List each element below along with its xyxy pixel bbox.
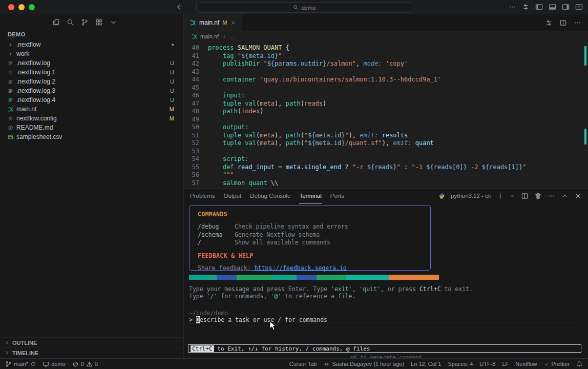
maximize-panel-icon[interactable]	[561, 192, 569, 200]
formatter-indicator[interactable]: Prettier	[544, 361, 570, 367]
progress-segment	[317, 275, 347, 280]
line-number: 44	[184, 76, 208, 84]
zoom-window-button[interactable]	[29, 4, 35, 10]
line-number: 43	[184, 68, 208, 76]
files-icon[interactable]	[52, 18, 60, 26]
extensions-icon[interactable]	[95, 18, 103, 26]
file-row-.nextflow[interactable]: .nextflow●	[0, 40, 183, 49]
outline-section[interactable]: OUTLINE	[0, 337, 183, 347]
run-compare-icon[interactable]	[545, 19, 553, 27]
panel-tab-problems[interactable]: Problems	[190, 189, 215, 203]
git-branch-indicator[interactable]: main*	[5, 361, 36, 367]
close-window-button[interactable]	[8, 4, 14, 10]
chevron-right-icon	[4, 350, 10, 356]
cursor-tab-indicator[interactable]: Cursor Tab	[289, 361, 317, 367]
file-row-README.md[interactable]: README.md	[0, 123, 183, 132]
code-line: 50 output:	[184, 124, 588, 132]
line-number: 52	[184, 139, 208, 148]
command-center-search[interactable]: demo	[196, 2, 412, 13]
problems-indicator[interactable]: 0 0	[72, 361, 98, 367]
cwd-label: ~/code/demo	[189, 310, 228, 317]
project-section-title[interactable]: DEMO	[0, 27, 183, 40]
file-row-work[interactable]: work	[0, 49, 183, 58]
warning-count: 0	[95, 361, 98, 367]
line-number: 41	[184, 52, 208, 60]
toggle-panel-icon[interactable]	[549, 3, 556, 11]
customize-layout-icon[interactable]	[575, 3, 583, 11]
git-blame-indicator[interactable]: Sasha Dagayev (1 hour ago)	[323, 361, 404, 367]
terminal-body[interactable]: COMMANDS /debugCheck pipeline syntax and…	[184, 203, 588, 359]
panel-tab-ports[interactable]: Ports	[330, 189, 344, 203]
log-file-icon	[8, 60, 13, 66]
panel-tab-terminal[interactable]: Terminal	[299, 189, 321, 203]
source-control-icon[interactable]	[81, 18, 89, 26]
kill-terminal-icon[interactable]	[534, 192, 542, 200]
breadcrumb-file[interactable]: main.nf	[200, 33, 219, 39]
search-icon	[293, 5, 299, 10]
breadcrumb-symbol[interactable]: ...	[230, 33, 235, 39]
close-panel-icon[interactable]	[574, 192, 582, 200]
minimize-window-button[interactable]	[18, 4, 25, 10]
new-terminal-icon[interactable]	[496, 192, 504, 200]
progress-segment	[189, 275, 217, 280]
close-tab-icon[interactable]	[230, 20, 236, 26]
eol-indicator[interactable]: LF	[502, 361, 509, 367]
code-line: 47 tuple val(meta), path(reads)	[184, 100, 588, 108]
toggle-secondary-sidebar-icon[interactable]	[562, 3, 570, 11]
code-text: output:	[208, 124, 248, 132]
progress-segment	[389, 275, 439, 280]
line-number: 46	[184, 92, 208, 100]
project-indicator[interactable]: demo	[43, 361, 66, 367]
encoding-indicator[interactable]: UTF-8	[479, 361, 495, 367]
indentation-indicator[interactable]: Spaces: 4	[448, 361, 473, 367]
code-editor[interactable]: 40process SALMON_QUANT {41 tag "${meta.i…	[184, 42, 588, 188]
tab-main-nf[interactable]: main.nf M	[184, 14, 242, 31]
progress-segment	[297, 275, 317, 280]
file-row-.nextflow.log.2[interactable]: .nextflow.log.2U	[0, 77, 183, 86]
chevron-right-icon	[8, 51, 13, 57]
language-indicator[interactable]: Nextflow	[515, 361, 537, 367]
code-line: 42 publishDir "${params.outdir}/salmon",…	[184, 60, 588, 68]
monitor-icon	[43, 361, 49, 367]
line-number: 42	[184, 60, 208, 68]
panel-tab-output[interactable]: Output	[224, 189, 242, 203]
code-text: def read_input = meta.single_end ? "-r $…	[208, 163, 526, 172]
chevron-down-icon[interactable]	[510, 193, 515, 199]
swap-panes-icon[interactable]	[522, 3, 530, 11]
chevron-down-icon[interactable]	[110, 18, 117, 26]
check-icon	[544, 361, 550, 367]
branch-name: main*	[14, 361, 28, 367]
search-icon[interactable]	[67, 18, 74, 26]
back-icon[interactable]	[175, 3, 183, 11]
timeline-section[interactable]: TIMELINE	[0, 347, 183, 358]
code-text: script:	[208, 155, 248, 163]
split-terminal-icon[interactable]	[521, 192, 529, 200]
file-row-.nextflow.log[interactable]: .nextflow.logU	[0, 58, 183, 68]
file-row-main.nf[interactable]: main.nfM	[0, 105, 183, 114]
file-row-.nextflow.log.4[interactable]: .nextflow.log.4U	[0, 95, 183, 105]
terminal-session-label[interactable]: python3.12 - cli	[451, 193, 491, 199]
line-number: 57	[184, 179, 208, 188]
more-icon[interactable]	[509, 3, 516, 11]
usage-help-text: Type your message and press Enter. Type …	[189, 286, 473, 300]
feedback-link[interactable]: https://feedback.seqera.io	[255, 264, 347, 272]
more-actions-icon[interactable]	[548, 192, 555, 200]
panel-tab-debug-console[interactable]: Debug Console	[250, 189, 290, 203]
file-row-.nextflow.log.3[interactable]: .nextflow.log.3U	[0, 86, 183, 95]
command-description: Show all available commands	[235, 239, 330, 247]
toggle-sidebar-icon[interactable]	[535, 3, 543, 11]
split-editor-icon[interactable]	[559, 19, 567, 27]
file-row-.nextflow.log.1[interactable]: .nextflow.log.1U	[0, 68, 183, 77]
prompt-char: >	[189, 316, 196, 323]
cursor-tab-label: Cursor Tab	[289, 361, 317, 367]
cursor-position-indicator[interactable]: Ln 12, Col 1	[411, 361, 441, 367]
spaces-label: Spaces: 4	[448, 361, 473, 367]
file-name: .nextflow	[16, 41, 40, 48]
terminal-input[interactable]: > Describe a task or use / for commands	[189, 316, 327, 323]
code-text: tuple val(meta), path(reads)	[208, 100, 326, 108]
more-actions-icon[interactable]	[574, 19, 581, 27]
progress-segment	[237, 275, 271, 280]
file-row-nextflow.config[interactable]: nextflow.configM	[0, 114, 183, 123]
file-row-samplesheet.csv[interactable]: samplesheet.csv	[0, 132, 183, 141]
notifications-indicator[interactable]	[576, 361, 583, 367]
